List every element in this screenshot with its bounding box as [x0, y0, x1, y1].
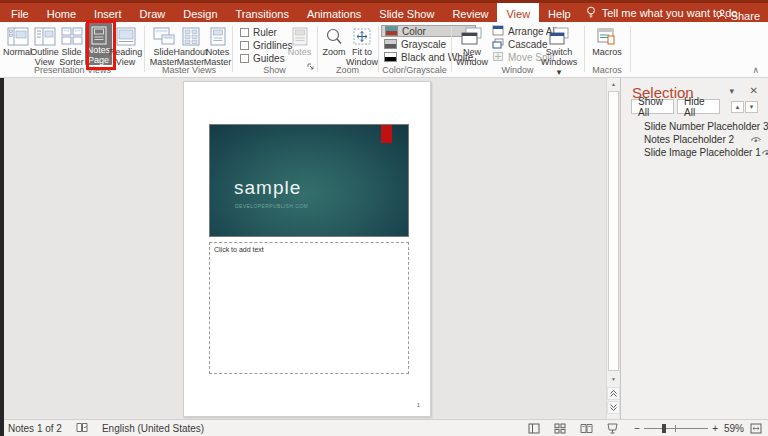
list-item-slide-number-placeholder[interactable]: Slide Number Placeholder 3 [621, 120, 768, 133]
show-all-button[interactable]: Show All [631, 99, 674, 114]
zoom-out-button[interactable]: − [634, 423, 640, 434]
powerpoint-window: File Home Insert Draw Design Transitions… [0, 0, 768, 436]
normal-view-button[interactable]: Normal [4, 23, 31, 57]
group-separator [144, 26, 145, 72]
visibility-eye-icon[interactable] [761, 148, 768, 157]
notes-page-highlight-annotation [86, 20, 116, 70]
tab-design[interactable]: Design [174, 3, 226, 22]
color-label: Color [402, 26, 426, 37]
visibility-eye-icon[interactable] [749, 135, 763, 144]
group-zoom: Zoom Fit to Window Zoom [318, 23, 377, 76]
switch-windows-icon [547, 25, 571, 47]
gridlines-checkbox[interactable] [240, 41, 249, 50]
group-presentation-views: Normal Outline View Slide Sorter [2, 23, 143, 76]
slide-sorter-icon [61, 25, 83, 47]
slide-sorter-status-icon[interactable] [552, 420, 568, 436]
list-item-slide-image-placeholder[interactable]: Slide Image Placeholder 1 [621, 146, 768, 159]
tab-animations[interactable]: Animations [298, 3, 370, 22]
scroll-up-icon[interactable]: ▲ [607, 78, 620, 90]
next-slide-button[interactable] [607, 401, 620, 414]
previous-slide-button[interactable] [607, 387, 620, 400]
zoom-percentage[interactable]: 59% [718, 423, 744, 434]
lightbulb-icon [586, 6, 596, 19]
move-up-button[interactable]: ▲ [731, 101, 744, 113]
color-icon [385, 26, 398, 36]
pane-options-caret-icon[interactable]: ▾ [729, 86, 734, 96]
cascade-icon [492, 38, 504, 51]
fit-to-window-label: Fit to Window [346, 47, 378, 67]
notes-text-placeholder[interactable]: Click to add text [209, 242, 409, 374]
show-dialog-launcher-icon[interactable] [307, 56, 314, 74]
move-split-icon [492, 51, 504, 64]
group-label-macros: Macros [585, 65, 629, 75]
fit-to-window-button[interactable]: Fit to Window [348, 23, 376, 67]
share-label: Share [731, 10, 760, 22]
tab-help[interactable]: Help [539, 3, 580, 22]
group-master-views: Slide Master Handout Master Notes Master… [147, 23, 231, 76]
notes-button-icon [289, 25, 311, 47]
outline-view-icon [34, 25, 56, 47]
hide-all-button[interactable]: Hide All [677, 99, 720, 114]
pane-close-icon[interactable]: ✕ [750, 85, 758, 96]
group-color-grayscale: Color Grayscale Black and White Color/Gr… [379, 23, 450, 76]
slide-show-status-icon[interactable] [604, 420, 620, 436]
language-indicator[interactable]: English (United States) [102, 423, 204, 434]
outline-view-label: Outline View [30, 47, 59, 67]
tell-me-box[interactable]: Tell me what you want to do [586, 3, 738, 22]
zoom-slider[interactable] [644, 420, 708, 436]
canvas-vertical-scrollbar[interactable]: ▲ ▼ [606, 78, 619, 419]
tab-file[interactable]: File [2, 3, 38, 22]
scroll-down-icon[interactable]: ▼ [607, 373, 620, 385]
outline-view-button[interactable]: Outline View [31, 23, 58, 67]
ruler-checkbox-row[interactable]: Ruler [240, 26, 292, 39]
slide-indicator[interactable]: Notes 1 of 2 [8, 423, 62, 434]
gridlines-checkbox-row[interactable]: Gridlines [240, 39, 292, 52]
zoom-slider-track [644, 428, 708, 429]
handout-master-button[interactable]: Handout Master [177, 23, 204, 67]
guides-label: Guides [253, 53, 285, 64]
slide-title-text: sample [234, 177, 301, 199]
group-show: Ruler Gridlines Guides Notes Show [233, 23, 316, 76]
handout-master-icon [180, 25, 202, 47]
group-label-window: Window [452, 65, 583, 75]
macros-button[interactable]: Macros [592, 23, 622, 57]
group-macros: Macros Macros [585, 23, 629, 76]
fit-slide-to-window-icon[interactable] [748, 420, 764, 436]
macros-label: Macros [592, 47, 622, 57]
ruler-label: Ruler [253, 27, 277, 38]
grayscale-icon [384, 39, 397, 49]
tab-draw[interactable]: Draw [131, 3, 175, 22]
tab-transitions[interactable]: Transitions [227, 3, 298, 22]
notes-master-button[interactable]: Notes Master [204, 23, 231, 67]
tab-home[interactable]: Home [38, 3, 85, 22]
zoom-button[interactable]: Zoom [320, 23, 348, 57]
tab-slide-show[interactable]: Slide Show [370, 3, 443, 22]
guides-checkbox[interactable] [240, 54, 249, 63]
guides-checkbox-row[interactable]: Guides [240, 52, 292, 65]
tab-view[interactable]: View [497, 3, 539, 22]
ribbon-tab-bar: File Home Insert Draw Design Transitions… [0, 0, 768, 22]
slide-red-accent-shape [381, 125, 392, 143]
slide-subtitle-text: DEVELOPERPUBLISH.COM [235, 203, 308, 209]
window-edge-strip [0, 78, 4, 436]
collapse-ribbon-icon[interactable]: ∧ [752, 65, 759, 75]
scrollbar-thumb[interactable] [608, 91, 619, 371]
new-window-button[interactable]: New Window [455, 23, 489, 67]
arrange-all-icon [492, 25, 504, 38]
reading-view-status-icon[interactable] [578, 420, 594, 436]
slide-image-placeholder[interactable]: sample DEVELOPERPUBLISH.COM [209, 124, 409, 237]
slide-sorter-button[interactable]: Slide Sorter [58, 23, 85, 67]
reading-view-button[interactable]: Reading View [112, 23, 139, 67]
new-window-label: New Window [455, 47, 489, 67]
move-down-button[interactable]: ▼ [745, 101, 758, 113]
spellcheck-icon[interactable] [76, 422, 88, 435]
zoom-slider-thumb[interactable] [662, 424, 666, 433]
notes-master-icon [207, 25, 229, 47]
new-window-icon [460, 25, 484, 47]
ruler-checkbox[interactable] [240, 28, 249, 37]
list-item-notes-placeholder[interactable]: Notes Placeholder 2 [621, 133, 768, 146]
macros-icon [596, 25, 618, 47]
tab-review[interactable]: Review [443, 3, 497, 22]
group-window: New Window Arrange All Cascade [452, 23, 583, 76]
normal-view-status-icon[interactable] [526, 420, 542, 436]
